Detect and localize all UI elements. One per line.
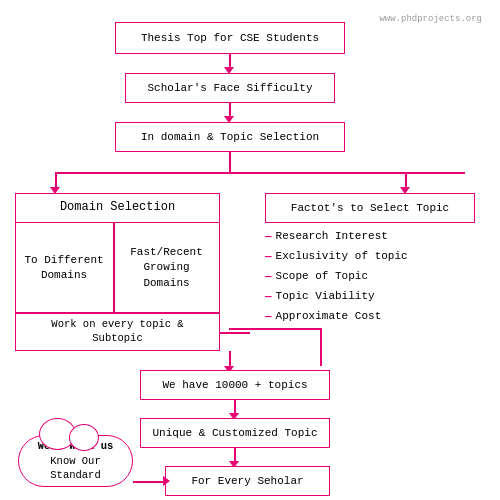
factor-2: — Exclusivity of topic xyxy=(265,250,470,262)
fast-domains-box: Fast/Recent Growing Domains xyxy=(116,225,217,311)
domain-topic-box: In domain & Topic Selection xyxy=(115,122,345,152)
factor-1: — Research Interest xyxy=(265,230,470,242)
have-topics-box: We have 10000 + topics xyxy=(140,370,330,400)
thesis-box: Thesis Top for CSE Students xyxy=(115,22,345,54)
cloud-box: Work With us Know Our Standard xyxy=(18,435,133,487)
factor-3: — Scope of Topic xyxy=(265,270,470,282)
work-every-box: Work on every topic & Subtopic xyxy=(15,313,220,351)
domain-selection-box: Domain Selection xyxy=(15,193,220,223)
flowchart: www.phdprojects.org Thesis Top for CSE S… xyxy=(10,10,488,495)
factors-box: Factot's to Select Topic xyxy=(265,193,475,223)
factor-5: — Approximate Cost xyxy=(265,310,470,322)
factor-4: — Topic Viability xyxy=(265,290,470,302)
unique-topic-box: Unique & Customized Topic xyxy=(140,418,330,448)
for-every-box: For Every Seholar xyxy=(165,466,330,496)
watermark: www.phdprojects.org xyxy=(379,14,482,24)
scholar-box: Scholar's Face Sifficulty xyxy=(125,73,335,103)
different-domains-box: To Different Domains xyxy=(17,225,111,311)
